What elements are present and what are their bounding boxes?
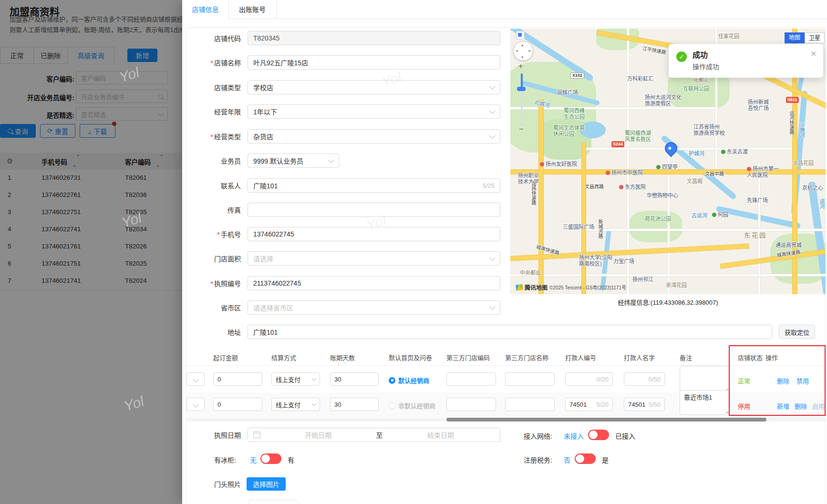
third-shop-code-input[interactable]	[446, 398, 496, 411]
years-select[interactable]: 1年以下	[248, 104, 500, 119]
zoom-slider-handle[interactable]	[517, 87, 526, 91]
map-label: 润辉广场	[557, 90, 578, 96]
payer-no-input[interactable]: 0/20	[565, 372, 613, 386]
row-expander[interactable]	[186, 398, 205, 411]
required-star: *	[211, 133, 213, 141]
third-shop-name-input[interactable]	[505, 398, 555, 411]
map-type-satellite-button[interactable]: 卫星	[805, 32, 825, 43]
license-date-range[interactable]: 开始日期 至 结束日期	[248, 428, 500, 442]
delete-link[interactable]: 删除	[777, 376, 789, 385]
map-label: 四望亭	[656, 164, 678, 170]
shop-type-select[interactable]: 学校店	[248, 80, 500, 94]
map-highway	[582, 143, 586, 294]
min-order-input[interactable]: 0	[213, 398, 262, 411]
non-default-dealer-radio[interactable]: 非默认经销商	[389, 401, 435, 410]
account-days-input[interactable]: 30	[330, 372, 379, 386]
start-date-placeholder: 开始日期	[264, 430, 372, 440]
address-input[interactable]: 广陵101	[248, 325, 772, 339]
contact-input[interactable]: 广陵1015/25	[248, 178, 500, 193]
shop-code-input[interactable]: T820345	[248, 31, 500, 45]
third-shop-name-input[interactable]	[505, 372, 555, 386]
payer-name-input[interactable]: 745015/50	[624, 398, 665, 411]
radio-on-icon	[389, 377, 395, 384]
map-overview-icon[interactable]	[516, 31, 525, 40]
map-label: 护城河	[689, 151, 704, 157]
map-label: 扬州大运河文化 旅游度假区	[645, 94, 682, 107]
fridge-toggle[interactable]	[260, 453, 281, 464]
license-no-input[interactable]: 2113746022745	[248, 276, 500, 290]
tencent-map-logo-text: 腾讯地图	[525, 283, 548, 291]
tax-label: 注册税务:	[524, 455, 552, 464]
map-type-map-button[interactable]: 地图	[785, 32, 805, 43]
char-counter: 0/20	[597, 376, 609, 383]
zoom-out-button[interactable]: −	[519, 125, 523, 134]
tax-toggle[interactable]	[575, 453, 596, 464]
col-min-order: 起订金额	[213, 353, 238, 362]
mobile-input[interactable]: 13746022745	[248, 227, 500, 241]
fridge-off-label: 无	[250, 455, 257, 464]
disable-link[interactable]: 禁用	[796, 376, 809, 385]
pan-up-icon: ▴	[521, 42, 524, 47]
map-label: 京杭之心	[802, 185, 823, 191]
tencent-map-logo-icon	[516, 284, 523, 291]
min-order-input[interactable]: 0	[213, 372, 262, 386]
map-park-area	[630, 211, 682, 242]
shop-name-input[interactable]: 叶凡92五广陵15店	[248, 55, 500, 70]
map-label: 华懋购物中心	[647, 193, 678, 199]
map-label: 运河快速路	[788, 111, 794, 134]
chevron-down-icon	[489, 83, 496, 90]
row-expander[interactable]	[186, 372, 205, 386]
payer-name-input[interactable]: 0/50	[624, 372, 665, 386]
delete-link[interactable]: 删除	[795, 401, 807, 411]
add-link[interactable]: 新增	[777, 401, 789, 411]
zoom-in-button[interactable]: +	[518, 62, 523, 71]
tab-divider	[276, 0, 277, 19]
choose-image-button[interactable]: 选择图片	[247, 477, 286, 491]
area-select[interactable]: 请选择	[248, 251, 500, 266]
tabbar-border	[228, 19, 827, 19]
remark-textarea[interactable]: 靠近市场1	[680, 390, 730, 415]
map-label: 扬州友好医院	[540, 161, 577, 167]
date-separator: 至	[372, 430, 387, 440]
tab-shop-info[interactable]: 店铺信息	[182, 0, 228, 19]
map-label: 江平快速路	[642, 46, 666, 56]
map-pan-control[interactable]: ▴ ▾ ◂ ▸	[513, 41, 533, 61]
account-days-input[interactable]: 30	[330, 398, 379, 411]
map-label: 佳家花园	[718, 33, 739, 40]
biz-type-select[interactable]: 杂货店	[248, 129, 500, 144]
fridge-on-label: 有	[288, 455, 294, 464]
payer-no-input[interactable]: 745015/20	[565, 398, 613, 411]
col-third-shop-name: 第三方门店名称	[505, 353, 548, 362]
settle-method-select[interactable]: 线上支付	[271, 398, 320, 411]
map-label: 力宝广场	[613, 258, 634, 265]
third-shop-code-input[interactable]	[446, 372, 496, 386]
enable-link[interactable]: 启用	[812, 401, 825, 411]
tab-divider	[228, 0, 229, 19]
network-toggle[interactable]	[588, 430, 609, 440]
map-label: 先锋广场	[747, 197, 768, 204]
remark-textarea[interactable]	[680, 366, 730, 392]
field-fax: 传真	[186, 203, 500, 217]
screen: 加盟商资料 加盟客户及店铺维护，同一客户可含多个不同经销商店铺根据经销商参数 则…	[0, 0, 827, 504]
required-star: *	[211, 59, 213, 67]
region-select[interactable]: 请选择省市区	[248, 300, 500, 315]
map-label: 东方医院	[619, 184, 646, 190]
calendar-icon	[253, 432, 260, 438]
close-icon[interactable]: ✕	[810, 50, 817, 58]
image-upload-placeholder[interactable]	[248, 500, 299, 504]
map-label: 润扬快速路	[530, 181, 536, 205]
tax-on-label: 是	[602, 455, 609, 464]
salesman-select[interactable]: 9999.默认业务员	[248, 154, 339, 168]
chevron-down-icon	[193, 376, 199, 382]
chevron-down-icon	[328, 157, 334, 163]
map-label: 东花园	[744, 232, 767, 239]
fax-input[interactable]	[248, 203, 500, 217]
settle-method-select[interactable]: 线上支付	[271, 372, 320, 386]
map-road	[510, 274, 826, 276]
map-label: 万科彩虹汇	[627, 76, 653, 82]
horizontal-scrollbar-thumb[interactable]	[446, 418, 766, 422]
col-default-home: 默认首页及问卷	[389, 353, 432, 362]
tab-billing-account[interactable]: 出账账号	[228, 0, 276, 19]
get-location-button[interactable]: 获取定位	[779, 325, 815, 339]
default-dealer-radio[interactable]: 默认经销商	[389, 376, 429, 385]
